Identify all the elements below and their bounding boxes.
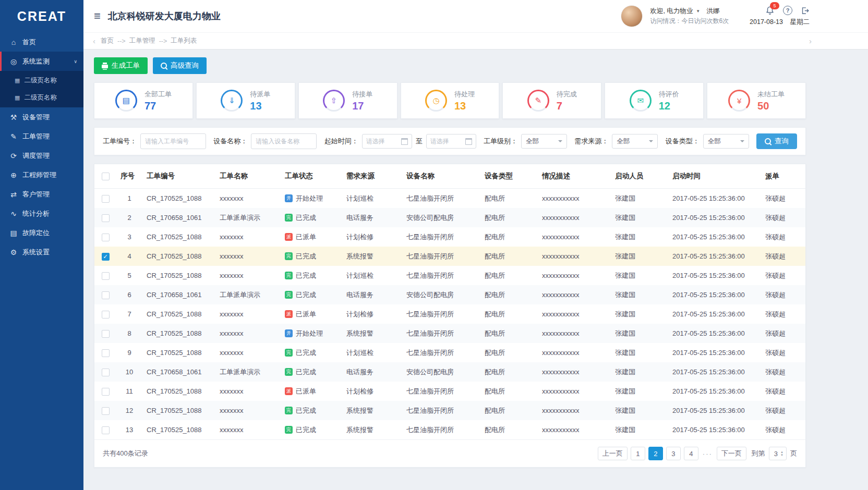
- sidebar-item-engineer-mgmt[interactable]: ⊕工程师管理: [0, 165, 83, 185]
- stat-card-open-orders[interactable]: ¥未结工单50: [707, 82, 806, 119]
- table-row[interactable]: 12CR_170525_1088xxxxxxx完已完成系统报警七星油脂开闭所配电…: [94, 401, 805, 420]
- device-type-select[interactable]: 全部: [703, 134, 749, 149]
- breadcrumb: ‹ 首页 --> 工单管理 --> 工单列表 ›: [83, 33, 868, 49]
- status-label: 已派单: [296, 232, 316, 242]
- table-row[interactable]: 9CR_170525_1088xxxxxxx完已完成计划巡检七星油脂开闭所配电所…: [94, 343, 805, 362]
- select-all-checkbox[interactable]: [102, 173, 110, 180]
- table-row[interactable]: 8CR_170525_1088xxxxxxx开开始处理系统报警七星油脂开闭所配电…: [94, 324, 805, 343]
- status-badge: 完已完成: [285, 406, 316, 415]
- breadcrumb-forward-icon[interactable]: ›: [807, 36, 814, 45]
- table-row[interactable]: 7CR_170525_1088xxxxxxx派已派单计划检修七星油脂开闭所配电所…: [94, 304, 805, 324]
- status-icon: 派: [285, 310, 293, 318]
- row-checkbox[interactable]: [102, 195, 110, 203]
- search-button[interactable]: 查询: [756, 133, 797, 149]
- row-checkbox[interactable]: ✓: [102, 253, 110, 261]
- menu-toggle-icon[interactable]: ≡: [94, 10, 101, 22]
- status-label: 已派单: [296, 310, 316, 319]
- help-icon[interactable]: ?: [783, 6, 792, 15]
- device-name-input[interactable]: [251, 133, 317, 149]
- avatar[interactable]: [621, 5, 643, 27]
- stepper-arrows-icon[interactable]: ▲▼: [780, 450, 783, 457]
- sidebar-item-fault-locate[interactable]: ▤故障定位: [0, 223, 83, 242]
- row-checkbox[interactable]: [102, 234, 110, 241]
- stat-label: 待接单: [352, 90, 372, 99]
- stat-card-to-review[interactable]: ✉待评价12: [605, 82, 704, 119]
- sidebar-item-system-settings[interactable]: ⚙系统设置: [0, 242, 83, 262]
- row-checkbox[interactable]: [102, 291, 110, 299]
- search-icon: [765, 138, 771, 144]
- breadcrumb-back-icon[interactable]: ‹: [91, 36, 98, 45]
- cell-order-no: CR_170658_1061: [142, 208, 215, 227]
- settings-icon: ⚙: [9, 248, 18, 256]
- sidebar-item-customer-mgmt[interactable]: ⇄客户管理: [0, 185, 83, 204]
- cell-start-time: 2017-05-25 15:25:36:00: [668, 247, 761, 266]
- row-checkbox[interactable]: [102, 214, 110, 222]
- page-button-1[interactable]: 1: [631, 447, 645, 460]
- page-button-4[interactable]: 4: [684, 447, 698, 460]
- cell-source: 系统报警: [342, 401, 402, 420]
- start-date-picker[interactable]: 请选择: [362, 134, 412, 149]
- notification-bell-icon[interactable]: 5: [765, 6, 775, 15]
- breadcrumb-item-list[interactable]: 工单列表: [171, 36, 197, 45]
- sidebar-item-dispatch-mgmt[interactable]: ⟳调度管理: [0, 146, 83, 165]
- page-button-3[interactable]: 3: [666, 447, 681, 460]
- stat-card-to-handle[interactable]: ◷待处理13: [401, 82, 500, 119]
- prev-page-button[interactable]: 上一页: [598, 447, 628, 460]
- stat-card-to-dispatch[interactable]: ⇓待派单13: [196, 82, 295, 119]
- breadcrumb-item-home[interactable]: 首页: [101, 36, 114, 45]
- row-checkbox[interactable]: [102, 407, 110, 415]
- status-icon: 派: [285, 387, 293, 395]
- table-row[interactable]: 1CR_170525_1088xxxxxxx开开始处理计划巡检七星油脂开闭所配电…: [94, 189, 805, 209]
- table-row[interactable]: 2CR_170658_1061工单派单演示完已完成电话服务安德公司配电房配电所x…: [94, 208, 805, 227]
- sidebar-item-home[interactable]: ⌂首页: [0, 32, 83, 52]
- sidebar-item-stats-analysis[interactable]: ∿统计分析: [0, 204, 83, 223]
- chevron-down-icon[interactable]: ▼: [696, 8, 700, 15]
- stat-card-all-orders[interactable]: ▤全部工单77: [94, 82, 193, 119]
- end-date-picker[interactable]: 请选择: [426, 134, 476, 149]
- cell-device: 七星油脂开闭所: [402, 304, 480, 324]
- cell-source: 电话服务: [342, 362, 402, 382]
- status-label: 已完成: [296, 271, 316, 280]
- table-row[interactable]: 13CR_170525_1088xxxxxxx完已完成系统报警七星油脂开闭所配电…: [94, 420, 805, 439]
- stat-card-to-finish[interactable]: ✎待完成7: [502, 82, 601, 119]
- sidebar-item-workorder-mgmt[interactable]: ✎工单管理: [0, 127, 83, 146]
- generate-order-button[interactable]: 生成工单: [94, 57, 148, 74]
- sidebar-item-device-mgmt[interactable]: ⚒设备管理: [0, 107, 83, 127]
- table-row[interactable]: 10CR_170658_1061工单派单演示完已完成电话服务安德公司配电房配电所…: [94, 362, 805, 382]
- table-row[interactable]: 5CR_170525_1088xxxxxxx完已完成计划巡检七星油脂开闭所配电所…: [94, 266, 805, 285]
- goto-page-input[interactable]: 3 ▲▼: [769, 447, 787, 460]
- cell-name: xxxxxxx: [215, 227, 281, 247]
- table-row[interactable]: 6CR_170658_1061工单派单演示完已完成电话服务安德公司配电房配电所x…: [94, 285, 805, 304]
- cell-seq: 6: [116, 285, 142, 304]
- table-row[interactable]: 3CR_170525_1088xxxxxxx派已派单计划检修七星油脂开闭所配电所…: [94, 227, 805, 247]
- next-page-button[interactable]: 下一页: [717, 447, 746, 460]
- table-row[interactable]: 11CR_170525_1088xxxxxxx派已派单计划检修七星油脂开闭所配电…: [94, 382, 805, 401]
- cell-starter: 张建国: [611, 189, 668, 209]
- cell-dispatcher: 张硕超: [761, 247, 805, 266]
- page-button-2[interactable]: 2: [648, 447, 663, 460]
- order-no-input[interactable]: [140, 133, 206, 149]
- logout-icon[interactable]: [801, 6, 810, 15]
- sidebar-subitem[interactable]: ▦二级页名称: [0, 89, 83, 106]
- level-select[interactable]: 全部: [521, 134, 567, 149]
- table-row[interactable]: ✓4CR_170525_1088xxxxxxx完已完成系统报警七星油脂开闭所配电…: [94, 247, 805, 266]
- cell-starter: 张建国: [611, 401, 668, 420]
- sidebar-subitem[interactable]: ▦二级页名称: [0, 72, 83, 89]
- row-checkbox[interactable]: [102, 369, 110, 376]
- advanced-search-button[interactable]: 高级查询: [153, 57, 207, 74]
- username[interactable]: 洪娜: [706, 6, 719, 16]
- app-root: CREAT ⌂首页◎系统监测∨▦二级页名称▦二级页名称⚒设备管理✎工单管理⟳调度…: [0, 0, 868, 490]
- row-checkbox[interactable]: [102, 426, 110, 434]
- sidebar-item-system-monitor[interactable]: ◎系统监测∨: [0, 52, 83, 71]
- row-checkbox[interactable]: [102, 388, 110, 396]
- to-review-icon: ✉: [630, 90, 652, 112]
- row-checkbox[interactable]: [102, 330, 110, 338]
- row-checkbox[interactable]: [102, 349, 110, 357]
- row-checkbox[interactable]: [102, 272, 110, 280]
- stat-value: 13: [454, 100, 475, 112]
- cell-device: 七星油脂开闭所: [402, 324, 480, 343]
- stat-card-to-accept[interactable]: ⇧待接单17: [298, 82, 397, 119]
- row-checkbox[interactable]: [102, 311, 110, 318]
- breadcrumb-item-workorder[interactable]: 工单管理: [129, 36, 155, 45]
- source-select[interactable]: 全部: [612, 134, 658, 149]
